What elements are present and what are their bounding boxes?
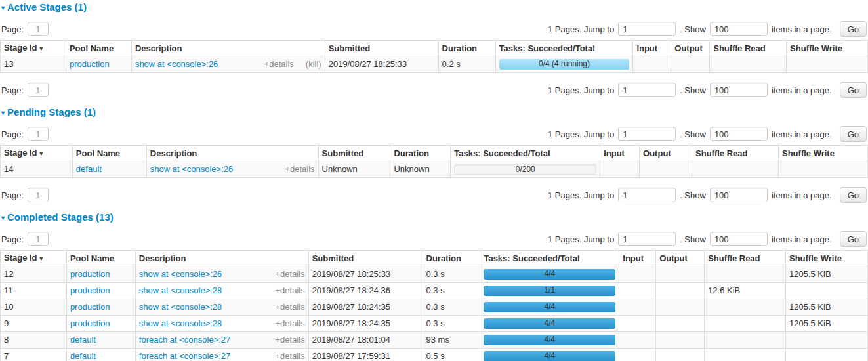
jump-to-input[interactable]: [618, 232, 676, 246]
pool-name-link[interactable]: production: [70, 318, 110, 328]
column-header-pool-name[interactable]: Pool Name: [72, 146, 146, 161]
page-number-input[interactable]: [28, 22, 49, 36]
column-header-tasks-succeeded-total[interactable]: Tasks: Succeeded/Total: [451, 146, 600, 161]
column-header-shuffle-read[interactable]: Shuffle Read: [692, 146, 779, 161]
show-items-input[interactable]: [710, 127, 768, 141]
show-items-input[interactable]: [710, 188, 768, 202]
column-label: Submitted: [329, 43, 371, 53]
column-header-tasks-succeeded-total[interactable]: Tasks: Succeeded/Total: [480, 251, 619, 266]
input-cell: [619, 332, 656, 349]
jump-to-input[interactable]: [618, 188, 676, 202]
page-jump-controls: 1 Pages. Jump to . Show items in a page.…: [548, 126, 867, 142]
column-label: Tasks: Succeeded/Total: [484, 253, 579, 263]
tasks-cell: 0/200: [451, 161, 600, 178]
go-button[interactable]: Go: [840, 187, 867, 203]
jump-to-input[interactable]: [618, 127, 676, 141]
column-header-output[interactable]: Output: [671, 41, 710, 56]
page-number-input[interactable]: [28, 188, 49, 202]
page-number-input[interactable]: [28, 127, 49, 141]
column-header-shuffle-read[interactable]: Shuffle Read: [710, 41, 787, 56]
description-link[interactable]: show at <console>:28: [139, 286, 222, 295]
jump-to-input[interactable]: [618, 22, 676, 36]
column-header-input[interactable]: Input: [619, 251, 656, 266]
description-cell: foreach at <console>:27+details: [135, 349, 308, 361]
column-header-output[interactable]: Output: [640, 146, 692, 161]
pool-name-link[interactable]: default: [70, 335, 96, 345]
shuffle-write-cell: 1205.5 KiB: [785, 316, 867, 332]
column-header-stage-id[interactable]: Stage Id▾: [1, 146, 73, 161]
column-header-duration[interactable]: Duration: [390, 146, 451, 161]
details-toggle-link[interactable]: +details: [285, 165, 314, 174]
column-header-submitted[interactable]: Submitted: [308, 251, 423, 266]
column-header-input[interactable]: Input: [600, 146, 640, 161]
show-items-input[interactable]: [710, 83, 768, 97]
description-link[interactable]: foreach at <console>:27: [139, 335, 231, 345]
jump-to-input[interactable]: [618, 83, 676, 97]
description-link[interactable]: show at <console>:28: [139, 303, 222, 312]
pool-name-link[interactable]: default: [76, 164, 102, 174]
details-toggle-link[interactable]: +details: [264, 60, 294, 69]
column-label: Tasks: Succeeded/Total: [499, 43, 595, 53]
details-toggle-link[interactable]: +details: [275, 303, 304, 312]
description-link[interactable]: show at <console>:28: [139, 319, 222, 328]
section-header-pending-stages[interactable]: ▾Pending Stages (1): [1, 107, 867, 117]
column-header-shuffle-write[interactable]: Shuffle Write: [785, 251, 867, 266]
column-label: Output: [643, 148, 671, 158]
column-header-shuffle-write[interactable]: Shuffle Write: [779, 146, 868, 161]
tasks-progress-bar: 4/4: [484, 351, 615, 361]
details-toggle-link[interactable]: +details: [275, 286, 304, 295]
pool-name-link[interactable]: default: [70, 351, 96, 361]
section-header-completed-stages[interactable]: ▾Completed Stages (13): [1, 212, 867, 223]
go-button[interactable]: Go: [840, 82, 867, 98]
details-toggle-link[interactable]: +details: [275, 270, 304, 279]
page-number-input[interactable]: [28, 83, 49, 97]
column-header-description[interactable]: Description: [131, 41, 325, 56]
pool-name-link[interactable]: production: [70, 286, 110, 295]
column-header-duration[interactable]: Duration: [438, 41, 495, 56]
page-number-input[interactable]: [28, 232, 49, 246]
description-link[interactable]: show at <console>:26: [135, 60, 218, 69]
pool-name-link[interactable]: production: [70, 59, 110, 69]
column-header-pool-name[interactable]: Pool Name: [66, 41, 131, 56]
pool-name-link[interactable]: production: [70, 302, 110, 312]
description-link[interactable]: show at <console>:26: [150, 165, 233, 174]
column-header-stage-id[interactable]: Stage Id▾: [1, 251, 67, 266]
kill-stage-link[interactable]: (kill): [306, 60, 321, 69]
column-header-shuffle-write[interactable]: Shuffle Write: [787, 41, 868, 56]
column-label: Tasks: Succeeded/Total: [454, 148, 550, 158]
collapse-arrow-icon: ▾: [1, 214, 5, 221]
column-header-stage-id[interactable]: Stage Id▾: [1, 41, 66, 56]
column-label: Output: [674, 43, 703, 53]
column-header-tasks-succeeded-total[interactable]: Tasks: Succeeded/Total: [495, 41, 633, 56]
column-header-duration[interactable]: Duration: [423, 251, 480, 266]
go-button[interactable]: Go: [840, 21, 867, 37]
column-header-shuffle-read[interactable]: Shuffle Read: [705, 251, 786, 266]
show-items-input[interactable]: [710, 22, 768, 36]
show-items-input[interactable]: [710, 232, 768, 246]
column-label: Submitted: [322, 148, 364, 158]
pool-name-cell: production: [66, 299, 135, 316]
column-header-pool-name[interactable]: Pool Name: [66, 251, 135, 266]
details-toggle-link[interactable]: +details: [275, 352, 304, 361]
details-toggle-link[interactable]: +details: [275, 319, 304, 328]
column-header-description[interactable]: Description: [135, 251, 308, 266]
details-toggle-link[interactable]: +details: [275, 335, 304, 345]
pool-name-link[interactable]: production: [70, 269, 110, 279]
column-header-description[interactable]: Description: [146, 146, 318, 161]
column-header-submitted[interactable]: Submitted: [318, 146, 390, 161]
shuffle-write-cell: [785, 283, 867, 299]
page-label: Page:: [1, 85, 24, 95]
column-header-input[interactable]: Input: [633, 41, 671, 56]
show-label: . Show: [680, 85, 706, 95]
go-button[interactable]: Go: [840, 231, 867, 247]
description-link[interactable]: foreach at <console>:27: [139, 352, 231, 361]
duration-cell: 0.3 s: [423, 266, 480, 283]
description-link[interactable]: show at <console>:26: [139, 270, 222, 279]
sort-desc-icon: ▾: [40, 45, 43, 52]
column-header-output[interactable]: Output: [656, 251, 705, 266]
column-label: Duration: [442, 43, 477, 53]
go-button[interactable]: Go: [840, 126, 867, 142]
section-header-active-stages[interactable]: ▾Active Stages (1): [1, 2, 867, 12]
pagination-bar: Page: 1 Pages. Jump to . Show items in a…: [1, 187, 867, 203]
column-header-submitted[interactable]: Submitted: [325, 41, 438, 56]
